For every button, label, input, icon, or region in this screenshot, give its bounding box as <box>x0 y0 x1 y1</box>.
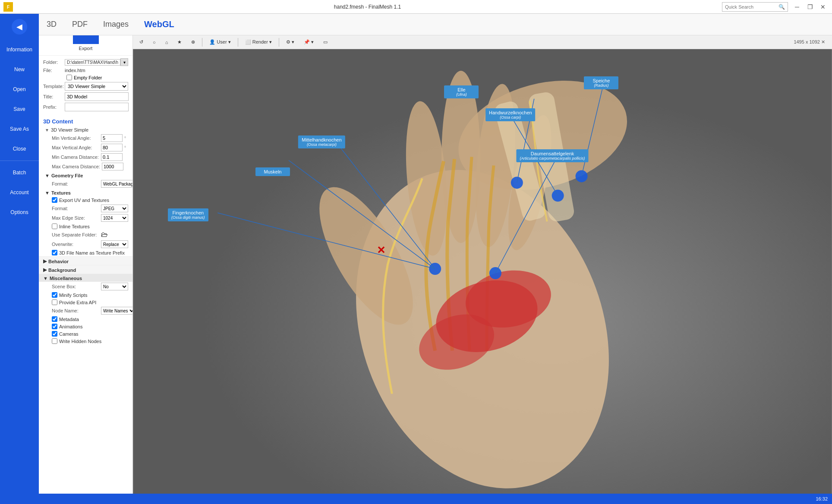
tab-webgl[interactable]: WebGL <box>141 18 178 31</box>
toolbar-reset[interactable]: ○ <box>149 37 160 47</box>
label-muskeln[interactable]: Muskeln <box>255 167 290 176</box>
toolbar-user[interactable]: 👤 User ▾ <box>205 37 234 47</box>
geometry-collapse-icon: ▼ <box>45 173 50 178</box>
format-select[interactable]: WebGL Package <box>101 180 133 188</box>
sidebar-item-open[interactable]: Open <box>0 79 39 99</box>
max-cam-input[interactable] <box>102 163 123 170</box>
sidebar-item-new[interactable]: New <box>0 60 39 79</box>
animations-checkbox[interactable] <box>52 324 57 329</box>
search-bar[interactable]: 🔍 <box>722 2 788 12</box>
min-vert-label: Min Vertical Angle: <box>52 135 99 141</box>
geometry-section[interactable]: ▼ Geometry File <box>39 171 132 179</box>
hand-container: ✕ Elle (Ulna) Speiche (Radius) Handwurze… <box>133 49 832 504</box>
max-edge-label: Max Edge Size: <box>52 215 99 220</box>
toolbar-back[interactable]: ↺ <box>136 37 147 47</box>
scene-box-label: Scene Box: <box>52 284 99 289</box>
extra-api-checkbox[interactable] <box>52 299 57 305</box>
label-elle[interactable]: Elle (Ulna) <box>444 85 479 98</box>
inline-textures-checkbox[interactable] <box>52 224 57 229</box>
label-mittelhand[interactable]: Mittelhandknochen (Ossa metacarpi) <box>298 135 345 148</box>
metadata-checkbox[interactable] <box>52 316 57 322</box>
max-edge-select[interactable]: 1024 <box>101 214 128 222</box>
sidebar-item-information[interactable]: Information <box>0 40 39 60</box>
label-speiche[interactable]: Speiche (Radius) <box>584 76 618 89</box>
sidebar-item-save[interactable]: Save <box>0 99 39 119</box>
left-sidebar: ◀ Information New Open Save Save As Clos… <box>0 14 39 504</box>
file-prefix-checkbox[interactable] <box>52 250 57 255</box>
label-finger[interactable]: Fingerknochen (Ossa digiti manus) <box>168 208 208 221</box>
search-input[interactable] <box>725 4 777 9</box>
label-handwurzel[interactable]: Handwurzelknochen (Ossa carpi) <box>485 108 536 121</box>
tex-format-select[interactable]: JPEG <box>101 205 128 212</box>
cameras-label: Cameras <box>59 331 79 337</box>
background-section[interactable]: ▶ Background <box>39 265 132 274</box>
max-cam-label: Max Camera Distance: <box>52 164 100 169</box>
behavior-collapse-icon: ▶ <box>43 258 47 264</box>
max-vert-input[interactable] <box>101 144 123 151</box>
metadata-label: Metadata <box>59 317 79 322</box>
node-name-row: Node Name: Write Names <box>39 306 132 315</box>
minimize-button[interactable]: ─ <box>791 1 803 13</box>
toolbar-settings[interactable]: ⚙ ▾ <box>282 37 298 47</box>
textures-label: Textures <box>51 190 71 195</box>
background-label: Background <box>48 268 76 273</box>
settings-panel: ▶ Export Folder: ▾ File: index.htm Empty… <box>39 14 133 504</box>
overwrite-select[interactable]: Replace <box>101 240 128 248</box>
tab-pdf[interactable]: PDF <box>69 18 91 31</box>
window-controls: ─ ❐ ✕ <box>791 1 832 13</box>
sidebar-item-batch[interactable]: Batch <box>0 163 39 183</box>
behavior-section[interactable]: ▶ Behavior <box>39 256 132 265</box>
sidebar-item-close[interactable]: Close <box>0 139 39 159</box>
tree-viewer-simple[interactable]: ▼ 3D Viewer Simple <box>39 126 132 133</box>
max-cam-row: Max Camera Distance: <box>39 162 132 171</box>
min-vert-input[interactable] <box>101 134 123 142</box>
tex-format-label: Format: <box>52 206 99 211</box>
label-daumen[interactable]: Daumensattelgelenk (Articulatio carpomet… <box>516 149 588 162</box>
cameras-checkbox[interactable] <box>52 331 57 337</box>
folder-browse-btn[interactable]: ▾ <box>120 58 128 66</box>
inline-textures-row: Inline Textures <box>39 223 132 230</box>
toolbar-add[interactable]: ⊕ <box>187 37 199 47</box>
min-cam-input[interactable] <box>101 153 123 161</box>
restore-button[interactable]: ❐ <box>804 1 816 13</box>
textures-section[interactable]: ▼ Textures <box>39 189 132 196</box>
minify-checkbox[interactable] <box>52 292 57 298</box>
template-select[interactable]: 3D Viewer Simple <box>65 82 128 91</box>
toolbar-pin[interactable]: 📌 ▾ <box>300 37 318 47</box>
min-vert-unit: ° <box>124 136 126 141</box>
node-name-select[interactable]: Write Names <box>101 307 133 315</box>
viewport[interactable]: ✕ Elle (Ulna) Speiche (Radius) Handwurze… <box>133 49 832 504</box>
content-section-title: 3D Content <box>39 116 132 126</box>
textures-collapse-icon: ▼ <box>45 190 50 195</box>
separate-folder-label: Use Separate Folder: <box>52 232 99 237</box>
toolbar-render[interactable]: ⬜ Render ▾ <box>241 37 276 47</box>
hand-svg: ✕ <box>133 49 832 504</box>
sidebar-item-account[interactable]: Account <box>0 183 39 202</box>
tab-3d[interactable]: 3D <box>43 18 60 31</box>
sidebar-item-saveas[interactable]: Save As <box>0 119 39 139</box>
misc-section[interactable]: ▼ Miscellaneous <box>39 274 132 282</box>
separate-folder-icon[interactable]: 🗁 <box>101 231 108 239</box>
hidden-nodes-checkbox[interactable] <box>52 338 57 344</box>
template-label: Template: <box>43 84 65 89</box>
export-uv-checkbox[interactable] <box>52 197 57 203</box>
toolbar-home[interactable]: ⌂ <box>161 37 172 47</box>
empty-folder-checkbox[interactable] <box>66 75 72 80</box>
close-button[interactable]: ✕ <box>817 1 829 13</box>
svg-point-16 <box>429 263 441 275</box>
export-uv-label: Export UV and Textures <box>59 198 109 203</box>
toolbar-star[interactable]: ★ <box>173 37 186 47</box>
toolbar-layout[interactable]: ▭ <box>319 37 331 47</box>
template-row: Template: 3D Viewer Simple <box>43 82 128 91</box>
app-icon: F <box>3 2 13 12</box>
title-input[interactable] <box>65 92 129 101</box>
empty-folder-label: Empty Folder <box>74 75 102 80</box>
folder-input[interactable] <box>65 59 120 66</box>
max-vert-label: Max Vertical Angle: <box>52 145 99 150</box>
sidebar-back[interactable]: ◀ <box>0 14 39 40</box>
toolbar: ↺ ○ ⌂ ★ ⊕ 👤 User ▾ ⬜ Render ▾ ⚙ ▾ 📌 ▾ ▭ … <box>133 35 832 49</box>
tab-images[interactable]: Images <box>100 18 132 31</box>
scene-box-select[interactable]: No <box>101 283 128 290</box>
prefix-input[interactable] <box>65 103 129 111</box>
sidebar-item-options[interactable]: Options <box>0 202 39 222</box>
